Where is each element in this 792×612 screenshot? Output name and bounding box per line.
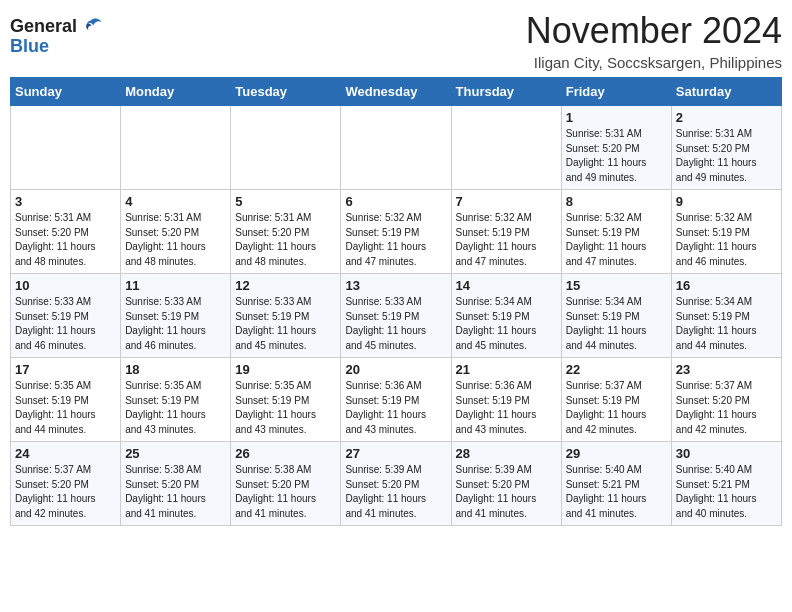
day-number: 29 — [566, 446, 667, 461]
day-number: 26 — [235, 446, 336, 461]
day-number: 14 — [456, 278, 557, 293]
day-number: 4 — [125, 194, 226, 209]
weekday-header: Wednesday — [341, 78, 451, 106]
calendar-day-cell: 8Sunrise: 5:32 AM Sunset: 5:19 PM Daylig… — [561, 190, 671, 274]
calendar-day-cell — [121, 106, 231, 190]
day-info: Sunrise: 5:37 AM Sunset: 5:20 PM Dayligh… — [15, 463, 116, 521]
calendar-day-cell: 20Sunrise: 5:36 AM Sunset: 5:19 PM Dayli… — [341, 358, 451, 442]
day-number: 27 — [345, 446, 446, 461]
day-info: Sunrise: 5:37 AM Sunset: 5:20 PM Dayligh… — [676, 379, 777, 437]
calendar-day-cell: 11Sunrise: 5:33 AM Sunset: 5:19 PM Dayli… — [121, 274, 231, 358]
calendar-day-cell: 21Sunrise: 5:36 AM Sunset: 5:19 PM Dayli… — [451, 358, 561, 442]
calendar-day-cell — [231, 106, 341, 190]
day-info: Sunrise: 5:33 AM Sunset: 5:19 PM Dayligh… — [345, 295, 446, 353]
day-number: 15 — [566, 278, 667, 293]
day-info: Sunrise: 5:36 AM Sunset: 5:19 PM Dayligh… — [456, 379, 557, 437]
day-info: Sunrise: 5:37 AM Sunset: 5:19 PM Dayligh… — [566, 379, 667, 437]
day-number: 20 — [345, 362, 446, 377]
calendar-week-row: 10Sunrise: 5:33 AM Sunset: 5:19 PM Dayli… — [11, 274, 782, 358]
calendar-day-cell: 14Sunrise: 5:34 AM Sunset: 5:19 PM Dayli… — [451, 274, 561, 358]
calendar-day-cell: 6Sunrise: 5:32 AM Sunset: 5:19 PM Daylig… — [341, 190, 451, 274]
weekday-header: Saturday — [671, 78, 781, 106]
day-number: 23 — [676, 362, 777, 377]
day-number: 8 — [566, 194, 667, 209]
calendar-day-cell: 19Sunrise: 5:35 AM Sunset: 5:19 PM Dayli… — [231, 358, 341, 442]
calendar-week-row: 1Sunrise: 5:31 AM Sunset: 5:20 PM Daylig… — [11, 106, 782, 190]
day-info: Sunrise: 5:40 AM Sunset: 5:21 PM Dayligh… — [676, 463, 777, 521]
day-info: Sunrise: 5:31 AM Sunset: 5:20 PM Dayligh… — [566, 127, 667, 185]
weekday-header: Tuesday — [231, 78, 341, 106]
calendar-day-cell: 4Sunrise: 5:31 AM Sunset: 5:20 PM Daylig… — [121, 190, 231, 274]
calendar-day-cell: 30Sunrise: 5:40 AM Sunset: 5:21 PM Dayli… — [671, 442, 781, 526]
day-number: 3 — [15, 194, 116, 209]
day-info: Sunrise: 5:31 AM Sunset: 5:20 PM Dayligh… — [15, 211, 116, 269]
day-number: 16 — [676, 278, 777, 293]
calendar-day-cell: 25Sunrise: 5:38 AM Sunset: 5:20 PM Dayli… — [121, 442, 231, 526]
day-info: Sunrise: 5:31 AM Sunset: 5:20 PM Dayligh… — [125, 211, 226, 269]
weekday-header: Thursday — [451, 78, 561, 106]
day-number: 6 — [345, 194, 446, 209]
calendar-day-cell — [11, 106, 121, 190]
calendar-day-cell: 15Sunrise: 5:34 AM Sunset: 5:19 PM Dayli… — [561, 274, 671, 358]
calendar-week-row: 17Sunrise: 5:35 AM Sunset: 5:19 PM Dayli… — [11, 358, 782, 442]
day-info: Sunrise: 5:33 AM Sunset: 5:19 PM Dayligh… — [125, 295, 226, 353]
calendar-day-cell: 3Sunrise: 5:31 AM Sunset: 5:20 PM Daylig… — [11, 190, 121, 274]
calendar-day-cell: 9Sunrise: 5:32 AM Sunset: 5:19 PM Daylig… — [671, 190, 781, 274]
day-number: 21 — [456, 362, 557, 377]
day-number: 11 — [125, 278, 226, 293]
day-info: Sunrise: 5:35 AM Sunset: 5:19 PM Dayligh… — [235, 379, 336, 437]
logo-bird-icon — [79, 14, 103, 38]
calendar-day-cell: 7Sunrise: 5:32 AM Sunset: 5:19 PM Daylig… — [451, 190, 561, 274]
calendar-day-cell: 17Sunrise: 5:35 AM Sunset: 5:19 PM Dayli… — [11, 358, 121, 442]
day-info: Sunrise: 5:40 AM Sunset: 5:21 PM Dayligh… — [566, 463, 667, 521]
day-info: Sunrise: 5:34 AM Sunset: 5:19 PM Dayligh… — [456, 295, 557, 353]
calendar-day-cell — [341, 106, 451, 190]
calendar-week-row: 3Sunrise: 5:31 AM Sunset: 5:20 PM Daylig… — [11, 190, 782, 274]
day-number: 25 — [125, 446, 226, 461]
logo-general: General — [10, 16, 77, 37]
day-number: 18 — [125, 362, 226, 377]
calendar-day-cell: 26Sunrise: 5:38 AM Sunset: 5:20 PM Dayli… — [231, 442, 341, 526]
calendar-header-row: SundayMondayTuesdayWednesdayThursdayFrid… — [11, 78, 782, 106]
weekday-header: Sunday — [11, 78, 121, 106]
day-info: Sunrise: 5:32 AM Sunset: 5:19 PM Dayligh… — [676, 211, 777, 269]
weekday-header: Friday — [561, 78, 671, 106]
day-number: 22 — [566, 362, 667, 377]
day-number: 10 — [15, 278, 116, 293]
day-info: Sunrise: 5:32 AM Sunset: 5:19 PM Dayligh… — [345, 211, 446, 269]
calendar-day-cell: 29Sunrise: 5:40 AM Sunset: 5:21 PM Dayli… — [561, 442, 671, 526]
calendar-week-row: 24Sunrise: 5:37 AM Sunset: 5:20 PM Dayli… — [11, 442, 782, 526]
day-number: 12 — [235, 278, 336, 293]
calendar-day-cell: 1Sunrise: 5:31 AM Sunset: 5:20 PM Daylig… — [561, 106, 671, 190]
day-info: Sunrise: 5:38 AM Sunset: 5:20 PM Dayligh… — [125, 463, 226, 521]
calendar-day-cell: 5Sunrise: 5:31 AM Sunset: 5:20 PM Daylig… — [231, 190, 341, 274]
calendar-day-cell: 12Sunrise: 5:33 AM Sunset: 5:19 PM Dayli… — [231, 274, 341, 358]
day-info: Sunrise: 5:34 AM Sunset: 5:19 PM Dayligh… — [566, 295, 667, 353]
day-info: Sunrise: 5:35 AM Sunset: 5:19 PM Dayligh… — [125, 379, 226, 437]
day-number: 19 — [235, 362, 336, 377]
calendar-day-cell: 16Sunrise: 5:34 AM Sunset: 5:19 PM Dayli… — [671, 274, 781, 358]
day-number: 30 — [676, 446, 777, 461]
calendar-day-cell: 27Sunrise: 5:39 AM Sunset: 5:20 PM Dayli… — [341, 442, 451, 526]
calendar-day-cell: 23Sunrise: 5:37 AM Sunset: 5:20 PM Dayli… — [671, 358, 781, 442]
day-info: Sunrise: 5:31 AM Sunset: 5:20 PM Dayligh… — [676, 127, 777, 185]
logo-blue: Blue — [10, 36, 49, 57]
day-info: Sunrise: 5:32 AM Sunset: 5:19 PM Dayligh… — [456, 211, 557, 269]
calendar-day-cell: 24Sunrise: 5:37 AM Sunset: 5:20 PM Dayli… — [11, 442, 121, 526]
day-info: Sunrise: 5:36 AM Sunset: 5:19 PM Dayligh… — [345, 379, 446, 437]
day-number: 28 — [456, 446, 557, 461]
calendar-day-cell: 22Sunrise: 5:37 AM Sunset: 5:19 PM Dayli… — [561, 358, 671, 442]
weekday-header: Monday — [121, 78, 231, 106]
month-title: November 2024 — [526, 10, 782, 52]
day-number: 9 — [676, 194, 777, 209]
day-number: 7 — [456, 194, 557, 209]
day-number: 2 — [676, 110, 777, 125]
location: Iligan City, Soccsksargen, Philippines — [526, 54, 782, 71]
title-block: November 2024 Iligan City, Soccsksargen,… — [526, 10, 782, 71]
day-number: 1 — [566, 110, 667, 125]
calendar-day-cell: 28Sunrise: 5:39 AM Sunset: 5:20 PM Dayli… — [451, 442, 561, 526]
calendar-day-cell — [451, 106, 561, 190]
day-info: Sunrise: 5:35 AM Sunset: 5:19 PM Dayligh… — [15, 379, 116, 437]
day-info: Sunrise: 5:33 AM Sunset: 5:19 PM Dayligh… — [235, 295, 336, 353]
day-info: Sunrise: 5:33 AM Sunset: 5:19 PM Dayligh… — [15, 295, 116, 353]
